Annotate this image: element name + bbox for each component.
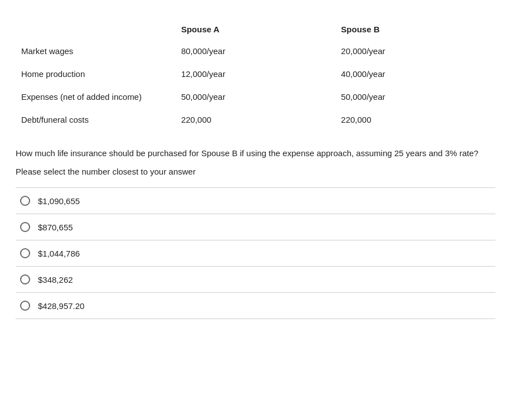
radio-button[interactable] [20,196,30,206]
row-label: Debt/funeral costs [16,108,176,131]
option-label: $348,262 [38,275,73,284]
option-item[interactable]: $1,044,786 [16,240,495,267]
col-header-empty [16,17,176,40]
data-table: Spouse A Spouse B Market wages80,000/yea… [16,17,495,131]
row-label: Home production [16,62,176,85]
row-spouse-a-value: 12,000/year [176,62,336,85]
row-spouse-a-value: 220,000 [176,108,336,131]
table-row: Expenses (net of added income)50,000/yea… [16,85,495,108]
option-label: $1,090,655 [38,196,80,206]
row-spouse-a-value: 50,000/year [176,85,336,108]
row-spouse-b-value: 20,000/year [335,40,495,62]
row-spouse-a-value: 80,000/year [176,40,336,62]
option-item[interactable]: $348,262 [16,267,495,293]
page-container: Spouse A Spouse B Market wages80,000/yea… [16,17,495,319]
option-item[interactable]: $870,655 [16,214,495,240]
col-header-spouse-a: Spouse A [176,17,336,40]
options-container: $1,090,655$870,655$1,044,786$348,262$428… [16,187,495,319]
row-spouse-b-value: 220,000 [335,108,495,131]
option-label: $870,655 [38,223,73,232]
instruction-text: Please select the number closest to your… [16,167,495,176]
radio-button[interactable] [20,274,30,284]
row-label: Expenses (net of added income) [16,85,176,108]
radio-button[interactable] [20,222,30,232]
table-row: Debt/funeral costs220,000220,000 [16,108,495,131]
radio-button[interactable] [20,248,30,258]
table-row: Market wages80,000/year20,000/year [16,40,495,62]
radio-button[interactable] [20,301,30,311]
option-label: $1,044,786 [38,249,80,258]
row-label: Market wages [16,40,176,62]
col-header-spouse-b: Spouse B [335,17,495,40]
row-spouse-b-value: 50,000/year [335,85,495,108]
option-item[interactable]: $428,957.20 [16,293,495,319]
table-row: Home production12,000/year40,000/year [16,62,495,85]
question-text: How much life insurance should be purcha… [16,147,495,160]
option-label: $428,957.20 [38,301,84,311]
row-spouse-b-value: 40,000/year [335,62,495,85]
option-item[interactable]: $1,090,655 [16,188,495,214]
